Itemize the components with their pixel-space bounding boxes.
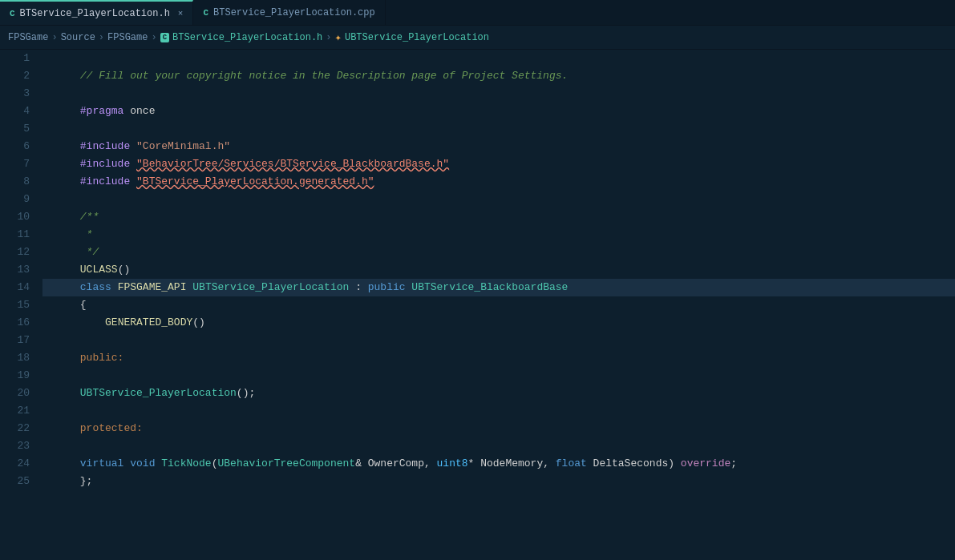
tab-h-close[interactable]: ×	[178, 9, 184, 18]
pragma-keyword: #pragma	[80, 105, 124, 117]
jsdoc-close: */	[80, 246, 99, 258]
uclass-macro: UCLASS	[80, 264, 118, 276]
tab-cpp-c-icon: C	[203, 8, 208, 18]
code-area[interactable]: 1 2 3 4 5 6 7 8 9 10 11 12 13 14 15 16 1…	[0, 50, 955, 558]
include2-keyword: #include	[80, 158, 130, 170]
code-line-9: /**	[42, 191, 955, 208]
code-content: // Fill out your copyright notice in the…	[36, 50, 955, 558]
tab-h-file[interactable]: C BTService_PlayerLocation.h ×	[0, 0, 193, 25]
base-class-name: UBTService_BlackboardBase	[411, 281, 568, 293]
code-line-5: #include "CoreMinimal.h"	[42, 120, 955, 138]
constructor-name: UBTService_PlayerLocation	[80, 387, 237, 399]
code-line-22	[42, 420, 955, 437]
void-keyword: void	[130, 457, 155, 469]
class-name-ubt: UBTService_PlayerLocation	[192, 281, 349, 293]
line-numbers: 1 2 3 4 5 6 7 8 9 10 11 12 13 14 15 16 1…	[0, 50, 36, 558]
tab-bar: C BTService_PlayerLocation.h × C BTServi…	[0, 0, 955, 26]
ubehaviortreecomponent-type: UBehaviorTreeComponent	[218, 457, 356, 469]
breadcrumb: FPSGame › Source › FPSGame › C BTService…	[0, 26, 955, 50]
crumb-fpsGame2[interactable]: FPSGame	[107, 32, 148, 43]
public-keyword: public	[368, 281, 406, 293]
code-line-1: // Fill out your copyright notice in the…	[42, 50, 955, 67]
tab-h-label: BTService_PlayerLocation.h	[20, 8, 170, 19]
code-line-21: protected:	[42, 402, 955, 420]
tab-cpp-file[interactable]: C BTService_PlayerLocation.cpp	[193, 0, 385, 25]
code-line-3: #pragma once	[42, 85, 955, 103]
jsdoc-open: /**	[80, 211, 99, 223]
jsdoc-star: *	[80, 228, 93, 240]
code-line-23: virtual void TickNode(UBehaviorTreeCompo…	[42, 437, 955, 455]
comment-copyright: // Fill out your copyright notice in the…	[80, 70, 569, 82]
class-keyword: class	[80, 281, 111, 293]
tab-cpp-label: BTService_PlayerLocation.cpp	[213, 7, 375, 18]
crumb-fpsGame[interactable]: FPSGame	[8, 32, 48, 43]
float-type: float	[556, 457, 587, 469]
ticknode-fn: TickNode	[161, 457, 211, 469]
include3-keyword: #include	[80, 175, 130, 187]
code-line-10: *	[42, 208, 955, 226]
public-label: public:	[80, 352, 124, 364]
crumb-h-file[interactable]: BTService_PlayerLocation.h	[172, 32, 322, 43]
crumb-source[interactable]: Source	[61, 32, 95, 43]
brace-close: };	[80, 475, 93, 487]
crumb-c-icon: C	[160, 33, 169, 42]
virtual-keyword: virtual	[80, 457, 124, 469]
uint8-type: uint8	[437, 457, 468, 469]
code-line-11: */	[42, 226, 955, 244]
code-line-15: GENERATED_BODY()	[42, 296, 955, 314]
include1-string: "CoreMinimal.h"	[136, 140, 230, 152]
fpsgame-api: FPSGAME_API	[118, 281, 187, 293]
include3-string: "BTService_PlayerLocation.generated.h"	[136, 175, 374, 187]
crumb-class-icon: ✦	[335, 30, 342, 44]
code-line-25	[42, 473, 955, 490]
include2-string: "BehaviorTree/Services/BTService_Blackbo…	[136, 158, 449, 170]
protected-label: protected:	[80, 422, 143, 434]
code-line-19: UBTService_PlayerLocation();	[42, 367, 955, 385]
code-line-17: public:	[42, 332, 955, 349]
code-line-13: class FPSGAME_API UBTService_PlayerLocat…	[42, 261, 955, 279]
tab-c-icon: C	[10, 9, 15, 18]
generated-body-macro: GENERATED_BODY	[105, 316, 192, 328]
crumb-class-name[interactable]: UBTService_PlayerLocation	[345, 32, 489, 43]
include1-keyword: #include	[80, 140, 130, 152]
code-line-12: UCLASS()	[42, 244, 955, 261]
code-line-18	[42, 349, 955, 367]
code-line-4	[42, 103, 955, 120]
brace-open: {	[80, 299, 87, 311]
override-keyword: override	[681, 457, 730, 469]
